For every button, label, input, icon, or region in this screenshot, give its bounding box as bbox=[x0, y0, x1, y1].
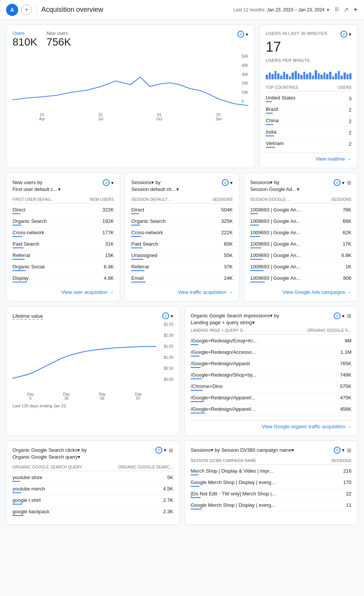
lifetime-title: Lifetime value bbox=[13, 313, 43, 319]
bar-1 bbox=[266, 75, 268, 79]
country-row: Brazil 2 bbox=[266, 104, 351, 116]
table-row: 1009693 | Google An... 66K bbox=[250, 216, 351, 228]
new-users-title-line1: New users by bbox=[13, 179, 61, 186]
date-range-selector[interactable]: Last 12 months Jan 23, 2023 – Jan 23, 20… bbox=[234, 7, 329, 13]
sessions-channel-col-headers: SESSION DEFAULT ... SESSIONS bbox=[131, 197, 232, 203]
country-row: China 2 bbox=[266, 116, 351, 127]
sessions-gads-metric-selector[interactable]: ▾ bbox=[334, 179, 345, 186]
table-row: Paid Search 60K bbox=[131, 239, 232, 251]
organic-col-headers: LANDING PAGE + QUERY S... ORGANIC GOOGLE… bbox=[191, 328, 351, 334]
table-row: 1009693 | Google An... 6.8K bbox=[250, 251, 351, 262]
view-organic-traffic-link[interactable]: View Google organic traffic acquisition … bbox=[191, 424, 351, 429]
sessions-google-ads-card-title: Sessions▾ by Session Google Ad... ▾ ▾ ⊞ bbox=[250, 179, 351, 193]
top-metrics: Users 810K New users 756K bbox=[13, 31, 71, 48]
organic-clicks-title-line1: Organic Google Search clicks▾ by bbox=[13, 447, 87, 454]
metric-selector[interactable]: ▾ bbox=[237, 31, 248, 38]
organic-col2-header: ORGANIC GOOGLE S... bbox=[308, 328, 351, 333]
sessions-dv360-card: Sessions▾ by Session DV360 campaign name… bbox=[184, 440, 358, 525]
filter-icon[interactable]: ⊞ bbox=[347, 180, 351, 186]
export-icon[interactable]: ↗ bbox=[344, 6, 348, 13]
organic-metric-selector[interactable]: ▾ bbox=[334, 312, 345, 319]
date-dropdown-arrow[interactable]: ▾ bbox=[327, 7, 329, 13]
users-line-chart bbox=[13, 54, 248, 111]
new-users-metric-selector[interactable]: ▾ bbox=[103, 179, 114, 186]
table-row: Referral 37K bbox=[131, 262, 232, 273]
bar-10 bbox=[292, 73, 294, 79]
bar-22 bbox=[326, 74, 328, 79]
sessions-channel-metric-selector[interactable]: ▾ bbox=[222, 179, 233, 186]
table-row: Direct 322K bbox=[13, 205, 114, 216]
view-realtime-link[interactable]: View realtime → bbox=[266, 156, 351, 162]
new-users-dropdown-icon[interactable]: ▾ bbox=[58, 186, 61, 193]
bar-23 bbox=[329, 72, 331, 79]
organic-clicks-col-headers: ORGANIC GOOGLE SEARCH QUERY ORGANIC GOOG… bbox=[13, 465, 173, 471]
table-row: Paid Search 31K bbox=[13, 239, 114, 251]
chart-y-labels: 50K 40K 30K 20K 10K 0 bbox=[242, 54, 248, 104]
view-google-ads-link[interactable]: View Google Ads campaigns → bbox=[250, 289, 351, 295]
sessions-dv360-col1: SESSION DV360 CAMPAIGN NAME bbox=[191, 459, 256, 463]
countries-table: United States 3 Brazil 2 China 2 India 2… bbox=[266, 93, 351, 150]
date-range-value: Jan 23, 2023 – Jan 23, 2024 bbox=[267, 7, 325, 13]
bar-2 bbox=[269, 73, 271, 79]
realtime-check-icon bbox=[340, 31, 347, 38]
bar-18 bbox=[315, 70, 317, 79]
metric-dropdown-arrow: ▾ bbox=[246, 32, 248, 37]
table-row: Organic Social 6.4K bbox=[13, 262, 114, 273]
new-users-col2-header: NEW USERS bbox=[90, 197, 114, 202]
view-traffic-acquisition-link[interactable]: View traffic acquisition → bbox=[131, 289, 232, 295]
sessions-channel-dropdown[interactable]: ▾ bbox=[176, 186, 179, 193]
organic-clicks-card: Organic Google Search clicks▾ by Organic… bbox=[6, 440, 180, 525]
sessions-channel-check-icon bbox=[222, 179, 229, 186]
new-users-card-title: New users by First user default c... ▾ ▾ bbox=[13, 179, 114, 193]
sessions-channel-title-line2: Session default ch... bbox=[131, 186, 176, 193]
lifetime-value-card: Lifetime value ▾ $2.50 $2.00 $1.50 $1.00… bbox=[6, 306, 180, 435]
organic-clicks-filter-icon[interactable]: ⊞ bbox=[169, 447, 173, 454]
organic-check-icon bbox=[334, 312, 340, 319]
countries-col-header: TOP COUNTRIES bbox=[266, 85, 298, 90]
user-avatar[interactable]: A bbox=[6, 4, 18, 16]
sessions-gads-title-line1: Sessions▾ by bbox=[250, 179, 300, 186]
sessions-channel-col1-header: SESSION DEFAULT ... bbox=[131, 197, 172, 202]
table-row: /Google+Redesign/Accesso... 1.1M bbox=[191, 347, 351, 359]
country-row: United States 3 bbox=[266, 93, 351, 104]
table-row: google t shirt 2.7K bbox=[13, 495, 173, 507]
bar-21 bbox=[323, 73, 326, 79]
table-row: 1009693 | Google An... 76K bbox=[250, 205, 351, 216]
bar-12 bbox=[298, 73, 300, 79]
bar-20 bbox=[320, 75, 323, 79]
sessions-dv360-table: Merch Shop | Display & Video | impr... 2… bbox=[191, 466, 351, 512]
new-users-table: Direct 322K Organic Search 192K Cross-ne… bbox=[13, 205, 114, 285]
organic-clicks-metric-selector[interactable]: ▾ bbox=[155, 447, 166, 454]
table-row: Unassigned 55K bbox=[131, 251, 232, 262]
lifetime-line-chart bbox=[13, 322, 156, 383]
share-icon[interactable]: ⎘ bbox=[335, 6, 339, 13]
header-divider bbox=[36, 5, 37, 15]
countries-table-header: TOP COUNTRIES USERS bbox=[266, 84, 351, 91]
sessions-dv360-metric-selector[interactable]: ▾ bbox=[334, 447, 345, 454]
lifetime-metric-selector[interactable]: ▾ bbox=[162, 312, 173, 319]
view-user-acquisition-link[interactable]: View user acquisition → bbox=[13, 289, 114, 295]
users-chart-card: Users 810K New users 756K ▾ bbox=[6, 24, 255, 168]
insights-icon[interactable]: ✦ bbox=[353, 6, 358, 13]
table-row: 1009693 | Google An... 17K bbox=[250, 239, 351, 251]
organic-clicks-col2: ORGANIC GOOGLE SEARC... bbox=[118, 465, 173, 469]
sessions-channel-col2-header: SESSIONS bbox=[212, 197, 233, 202]
new-users-col1-header: FIRST USER DEFAU... bbox=[13, 197, 54, 202]
bar-6 bbox=[280, 76, 282, 79]
sessions-dv360-col2: SESSIONS bbox=[331, 459, 351, 463]
bar-28 bbox=[344, 73, 346, 79]
table-row: /Chrome+Dino 575K bbox=[191, 382, 351, 393]
sessions-gads-dropdown[interactable]: ▾ bbox=[297, 186, 300, 193]
realtime-metric-selector[interactable]: ▾ bbox=[340, 31, 351, 38]
row-1: Users 810K New users 756K ▾ bbox=[6, 24, 358, 168]
sessions-dv360-filter-icon[interactable]: ⊞ bbox=[347, 447, 351, 454]
lifetime-y-labels: $2.50 $2.00 $1.50 $1.00 $0.50 $0.00 bbox=[164, 322, 173, 382]
organic-clicks-title: Organic Google Search clicks▾ by Organic… bbox=[13, 447, 173, 460]
sessions-gads-title-line2: Session Google Ad... bbox=[250, 186, 296, 193]
add-account-button[interactable]: + bbox=[21, 5, 32, 15]
bar-27 bbox=[340, 76, 343, 79]
organic-filter-icon[interactable]: ⊞ bbox=[347, 313, 351, 319]
main-content: Users 810K New users 756K ▾ bbox=[0, 20, 364, 534]
sessions-gads-table: 1009693 | Google An... 76K 1009693 | Goo… bbox=[250, 205, 351, 285]
table-row: Merch Shop | Display & Video | impr... 2… bbox=[191, 466, 351, 478]
